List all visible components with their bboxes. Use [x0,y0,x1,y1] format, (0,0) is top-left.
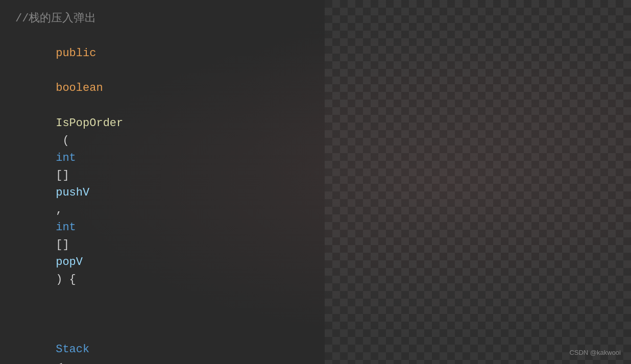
watermark: CSDN @kakwooi [569,349,621,356]
type-stack: Stack [56,343,89,356]
code-block: //栈的压入弹出 public boolean IsPopOrder ( int… [15,10,616,364]
type-int1: int [56,152,76,164]
method-name: IsPopOrder [56,117,123,130]
stack-decl-line: Stack < Integer > stack = new Stack <>()… [15,306,616,364]
param-popV: popV [56,256,83,269]
param-pushV: pushV [56,186,89,199]
type-int2: int [56,221,76,234]
keyword-boolean: boolean [56,82,103,94]
comment-line: //栈的压入弹出 [15,10,616,28]
keyword-public: public [56,47,96,60]
code-container: //栈的压入弹出 public boolean IsPopOrder ( int… [0,0,631,364]
method-signature-line: public boolean IsPopOrder ( int [] pushV… [15,28,616,306]
